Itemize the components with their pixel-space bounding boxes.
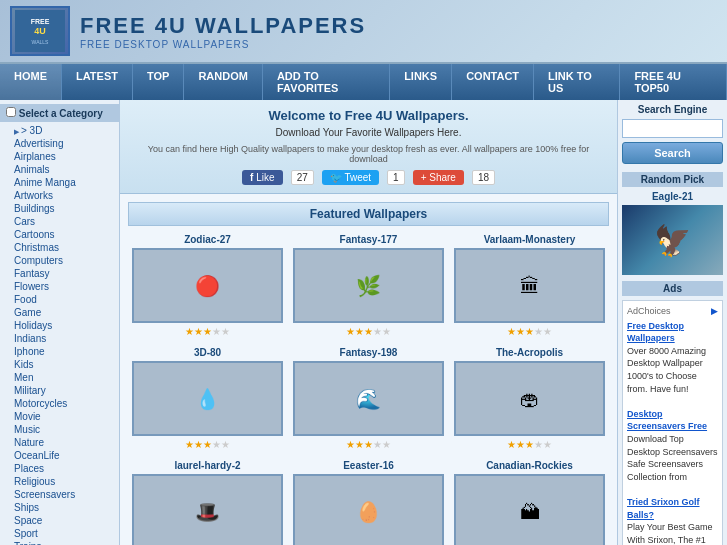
adchoices-label: AdChoices (627, 305, 671, 318)
sidebar-item-sport[interactable]: Sport (0, 527, 119, 540)
random-pick-image[interactable] (622, 205, 723, 275)
featured-section: Featured Wallpapers Zodiac-27 ★★★★★ Fant… (120, 194, 617, 545)
search-input[interactable] (622, 119, 723, 138)
sidebar-item-anime[interactable]: Anime Manga (0, 176, 119, 189)
nav-random[interactable]: RANDOM (184, 64, 263, 100)
tweet-button[interactable]: 🐦 Tweet (322, 170, 379, 185)
wallpaper-thumbnail[interactable] (293, 248, 444, 323)
nav-favorites[interactable]: ADD TO FAVORITES (263, 64, 390, 100)
wallpaper-fantasy198[interactable]: Fantasy-198 ★★★★★ (293, 347, 444, 450)
ad-link-2[interactable]: Desktop Screensavers Free (627, 409, 707, 432)
wallpaper-stars: ★★★★★ (132, 326, 283, 337)
sidebar-item-airplanes[interactable]: Airplanes (0, 150, 119, 163)
welcome-line1: Download Your Favorite Wallpapers Here. (140, 127, 597, 138)
wallpaper-thumbnail[interactable] (454, 474, 605, 545)
sidebar-item-cartoons[interactable]: Cartoons (0, 228, 119, 241)
wallpaper-name: laurel-hardy-2 (132, 460, 283, 471)
wallpaper-3d80[interactable]: 3D-80 ★★★★★ (132, 347, 283, 450)
nav-top50[interactable]: FREE 4U TOP50 (620, 64, 727, 100)
sidebar-item-buildings[interactable]: Buildings (0, 202, 119, 215)
nav-top[interactable]: TOP (133, 64, 184, 100)
sidebar-item-screensavers[interactable]: Screensavers (0, 488, 119, 501)
ad-block-1: AdChoices ▶ Free Desktop Wallpapers Over… (622, 300, 723, 545)
wallpaper-thumbnail[interactable] (132, 248, 283, 323)
sidebar-item-places[interactable]: Places (0, 462, 119, 475)
ad-link-3[interactable]: Tried Srixon Golf Balls? (627, 497, 700, 520)
welcome-title: Welcome to Free 4U Wallpapers. (140, 108, 597, 123)
wallpaper-thumbnail[interactable] (132, 361, 283, 436)
sidebar-item-movie[interactable]: Movie (0, 410, 119, 423)
wallpaper-name: Zodiac-27 (132, 234, 283, 245)
wallpaper-easter[interactable]: Eeaster-16 ★★★★★ (293, 460, 444, 545)
search-button[interactable]: Search (622, 142, 723, 164)
sidebar-item-space[interactable]: Space (0, 514, 119, 527)
wallpaper-stars: ★★★★★ (293, 326, 444, 337)
svg-text:WALLS: WALLS (32, 39, 49, 45)
sidebar-checkbox[interactable] (6, 107, 16, 117)
ads-title: Ads (622, 281, 723, 296)
facebook-like-button[interactable]: f Like (242, 170, 283, 185)
sidebar-item-game[interactable]: Game (0, 306, 119, 319)
wallpaper-name: Eeaster-16 (293, 460, 444, 471)
sidebar-item-computers[interactable]: Computers (0, 254, 119, 267)
sidebar-item-music[interactable]: Music (0, 423, 119, 436)
sidebar-item-animals[interactable]: Animals (0, 163, 119, 176)
sidebar-item-flowers[interactable]: Flowers (0, 280, 119, 293)
ad-text-1: Over 8000 Amazing Desktop Wallpaper 1000… (627, 346, 706, 394)
fb-icon: f (250, 172, 253, 183)
tweet-count: 1 (387, 170, 405, 185)
nav-contact[interactable]: CONTACT (452, 64, 534, 100)
wallpaper-name: Canadian-Rockies (454, 460, 605, 471)
sidebar-item-trains[interactable]: Trains (0, 540, 119, 545)
sidebar-item-nature[interactable]: Nature (0, 436, 119, 449)
wallpaper-name: Fantasy-198 (293, 347, 444, 358)
sidebar-item-food[interactable]: Food (0, 293, 119, 306)
wallpaper-canadian[interactable]: Canadian-Rockies ★★★★★ (454, 460, 605, 545)
sidebar-item-religious[interactable]: Religious (0, 475, 119, 488)
sidebar-item-3d[interactable]: > 3D (0, 124, 119, 137)
sidebar-item-cars[interactable]: Cars (0, 215, 119, 228)
ad-link-1[interactable]: Free Desktop Wallpapers (627, 321, 684, 344)
site-subtitle: FREE DESKTOP WALLPAPERS (80, 39, 366, 50)
sidebar-item-artworks[interactable]: Artworks (0, 189, 119, 202)
wallpaper-stars: ★★★★★ (454, 326, 605, 337)
sidebar-item-ships[interactable]: Ships (0, 501, 119, 514)
nav-home[interactable]: HOME (0, 64, 62, 100)
nav-latest[interactable]: LATEST (62, 64, 133, 100)
wallpaper-acropolis[interactable]: The-Acropolis ★★★★★ (454, 347, 605, 450)
wallpaper-laurel[interactable]: laurel-hardy-2 ★★★★★ (132, 460, 283, 545)
sidebar-item-motorcycles[interactable]: Motorcycles (0, 397, 119, 410)
wallpaper-thumbnail[interactable] (293, 361, 444, 436)
wallpaper-thumbnail[interactable] (454, 248, 605, 323)
wallpaper-name: Fantasy-177 (293, 234, 444, 245)
main-layout: Select a Category > 3D Advertising Airpl… (0, 100, 727, 545)
wallpaper-thumbnail[interactable] (132, 474, 283, 545)
wallpaper-grid: Zodiac-27 ★★★★★ Fantasy-177 ★★★★★ Varlaa… (128, 234, 609, 545)
featured-title: Featured Wallpapers (128, 202, 609, 226)
share-count: 18 (472, 170, 495, 185)
sidebar-item-holidays[interactable]: Holidays (0, 319, 119, 332)
sidebar-item-men[interactable]: Men (0, 371, 119, 384)
nav-links[interactable]: LINKS (390, 64, 452, 100)
wallpaper-fantasy177[interactable]: Fantasy-177 ★★★★★ (293, 234, 444, 337)
sidebar-item-fantasy[interactable]: Fantasy (0, 267, 119, 280)
sidebar-item-iphone[interactable]: Iphone (0, 345, 119, 358)
share-icon: + (421, 172, 427, 183)
wallpaper-name: Varlaam-Monastery (454, 234, 605, 245)
sidebar-item-advertising[interactable]: Advertising (0, 137, 119, 150)
navigation: HOME LATEST TOP RANDOM ADD TO FAVORITES … (0, 64, 727, 100)
sidebar-item-kids[interactable]: Kids (0, 358, 119, 371)
sidebar-item-christmas[interactable]: Christmas (0, 241, 119, 254)
svg-text:4U: 4U (34, 26, 46, 36)
wallpaper-varlaam[interactable]: Varlaam-Monastery ★★★★★ (454, 234, 605, 337)
sidebar-item-military[interactable]: Military (0, 384, 119, 397)
sidebar-item-oceanlife[interactable]: OceanLife (0, 449, 119, 462)
logo-image: FREE 4U WALLS (10, 6, 70, 56)
wallpaper-thumbnail[interactable] (454, 361, 605, 436)
wallpaper-thumbnail[interactable] (293, 474, 444, 545)
wallpaper-name: 3D-80 (132, 347, 283, 358)
wallpaper-zodiac27[interactable]: Zodiac-27 ★★★★★ (132, 234, 283, 337)
nav-link-to-us[interactable]: LINK TO US (534, 64, 620, 100)
share-button[interactable]: + Share (413, 170, 464, 185)
sidebar-item-indians[interactable]: Indians (0, 332, 119, 345)
